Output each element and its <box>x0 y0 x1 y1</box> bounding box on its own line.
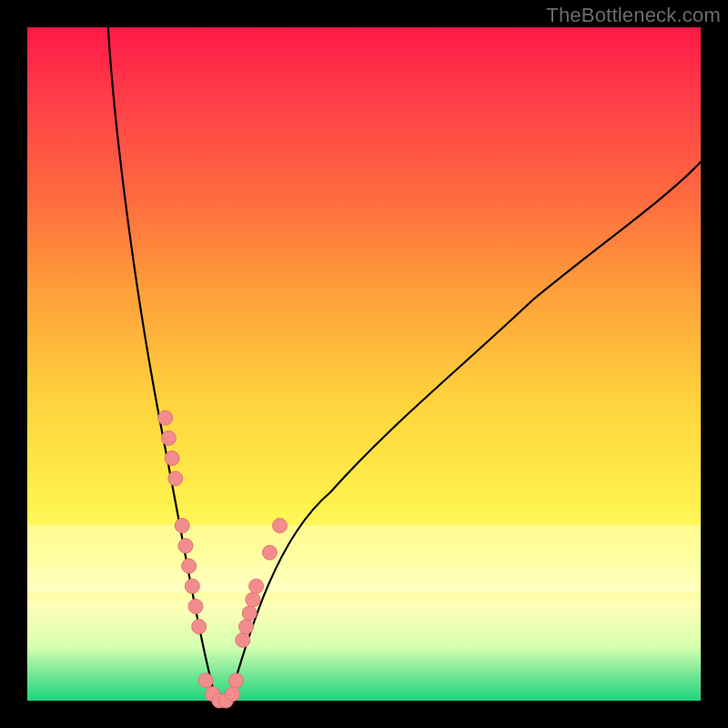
svg-point-14 <box>226 687 240 702</box>
svg-point-8 <box>188 599 203 613</box>
svg-point-21 <box>262 545 277 560</box>
cluster-left-mid <box>175 519 207 634</box>
svg-point-9 <box>192 620 207 634</box>
left-branch-path <box>108 27 216 701</box>
svg-point-22 <box>273 519 288 533</box>
curve-layer <box>27 27 701 701</box>
cluster-left-upper <box>158 410 183 486</box>
svg-point-7 <box>185 579 199 593</box>
watermark-text: TheBottleneck.com <box>546 4 721 27</box>
svg-point-5 <box>178 539 193 553</box>
chart-frame: TheBottleneck.com <box>0 0 728 728</box>
svg-point-1 <box>161 430 176 445</box>
svg-point-2 <box>165 451 179 466</box>
svg-point-20 <box>249 579 264 593</box>
svg-point-4 <box>175 519 189 533</box>
cluster-trough <box>198 673 243 708</box>
svg-point-19 <box>246 592 260 607</box>
svg-point-15 <box>228 673 243 688</box>
plot-area <box>27 27 701 701</box>
svg-point-17 <box>239 620 254 634</box>
svg-point-0 <box>158 410 173 425</box>
svg-point-3 <box>168 471 183 486</box>
svg-point-10 <box>198 673 213 688</box>
svg-point-6 <box>182 559 197 573</box>
right-branch-path <box>229 162 701 701</box>
cluster-right-mid <box>236 579 264 647</box>
svg-point-18 <box>242 606 257 621</box>
svg-point-16 <box>236 632 250 647</box>
